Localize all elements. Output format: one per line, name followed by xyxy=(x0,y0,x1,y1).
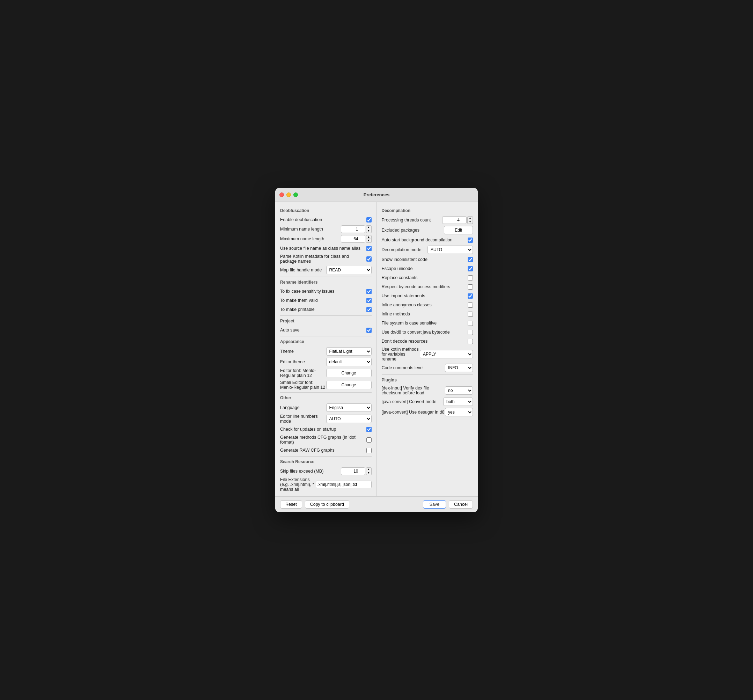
max-name-up[interactable]: ▲ xyxy=(366,235,372,239)
escape-unicode-row: Escape unicode xyxy=(382,264,473,273)
auto-start-control xyxy=(468,238,473,243)
inline-anon-control xyxy=(468,303,473,308)
java-convert-control: both java-only smali-only xyxy=(443,397,473,406)
escape-unicode-checkbox[interactable] xyxy=(468,266,473,272)
threads-up[interactable]: ▲ xyxy=(467,216,473,220)
max-name-row: Maximum name length ▲ ▼ xyxy=(280,234,372,244)
fix-case-row: To fix case sensitivity issues xyxy=(280,287,372,296)
fix-case-label: To fix case sensitivity issues xyxy=(280,289,366,294)
raw-cfg-control xyxy=(366,448,372,453)
inline-methods-checkbox[interactable] xyxy=(468,312,473,317)
language-label: Language xyxy=(280,405,326,410)
show-inconsistent-checkbox[interactable] xyxy=(468,257,473,262)
java-desugar-select[interactable]: yes no xyxy=(445,408,473,416)
auto-start-checkbox[interactable] xyxy=(468,238,473,243)
editor-theme-control: default dark solarized xyxy=(326,358,372,366)
threads-row: Processing threads count ▲ ▼ xyxy=(382,215,473,225)
make-printable-checkbox[interactable] xyxy=(366,307,372,312)
skip-files-up[interactable]: ▲ xyxy=(366,467,372,471)
skip-files-down[interactable]: ▼ xyxy=(366,471,372,475)
fix-case-checkbox[interactable] xyxy=(366,289,372,294)
cancel-button[interactable]: Cancel xyxy=(449,500,473,509)
max-name-input[interactable] xyxy=(341,235,365,243)
save-button[interactable]: Save xyxy=(423,500,446,509)
code-comments-select[interactable]: INFO DEBUG ERROR NONE xyxy=(445,364,473,372)
decompile-mode-label: Decompilation mode xyxy=(382,247,428,252)
min-name-up[interactable]: ▲ xyxy=(366,225,372,229)
kotlin-checkbox[interactable] xyxy=(366,256,372,262)
respect-bytecode-checkbox[interactable] xyxy=(468,284,473,289)
map-file-row: Map file handle mode READ READ_WRITE NON… xyxy=(280,265,372,275)
footer-left: Reset Copy to clipboard xyxy=(280,500,349,509)
reset-button[interactable]: Reset xyxy=(280,500,302,509)
language-select[interactable]: English Chinese Russian German xyxy=(326,403,372,412)
inline-anon-checkbox[interactable] xyxy=(468,303,473,308)
kotlin-rename-row: Use kotlin methods for variables rename … xyxy=(382,346,473,362)
theme-select[interactable]: FlatLaf Light FlatLaf Dark System xyxy=(326,347,372,356)
check-updates-control xyxy=(366,427,372,432)
min-name-input[interactable] xyxy=(341,225,365,233)
auto-save-checkbox[interactable] xyxy=(366,328,372,333)
make-valid-checkbox[interactable] xyxy=(366,298,372,303)
source-file-label: Use source file name as class name alias xyxy=(280,246,366,251)
editor-font-button[interactable]: Change xyxy=(326,369,372,377)
decompile-mode-select[interactable]: AUTO JADX CFR PROCYON xyxy=(428,245,473,254)
java-convert-select[interactable]: both java-only smali-only xyxy=(443,397,473,406)
fs-case-row: File system is case sensitive xyxy=(382,319,473,328)
source-file-checkbox[interactable] xyxy=(366,246,372,251)
excluded-button[interactable]: Edit xyxy=(444,226,473,234)
threads-down[interactable]: ▼ xyxy=(467,220,473,224)
enable-deobfuscation-checkbox[interactable] xyxy=(366,217,372,222)
editor-line-row: Editor line numbers mode AUTO ON OFF xyxy=(280,413,372,425)
enable-deobfuscation-row: Enable deobfuscation xyxy=(280,215,372,224)
fs-case-checkbox[interactable] xyxy=(468,321,473,326)
fs-case-label: File system is case sensitive xyxy=(382,321,468,325)
min-name-spinners: ▲ ▼ xyxy=(366,225,372,233)
minimize-button[interactable] xyxy=(286,192,291,197)
check-updates-checkbox[interactable] xyxy=(366,427,372,432)
use-import-checkbox[interactable] xyxy=(468,294,473,298)
use-dx-label: Use dx/d8 to convert java bytecode xyxy=(382,330,468,334)
replace-constants-checkbox[interactable] xyxy=(468,275,473,280)
auto-save-label: Auto save xyxy=(280,328,366,333)
make-valid-label: To make them valid xyxy=(280,298,366,303)
map-file-label: Map file handle mode xyxy=(280,267,326,272)
editor-line-select[interactable]: AUTO ON OFF xyxy=(326,415,372,423)
inline-anon-label: Inline anonymous classes xyxy=(382,303,468,307)
skip-files-input[interactable] xyxy=(341,467,365,475)
dex-checksum-select[interactable]: no yes xyxy=(445,386,473,395)
max-name-spinners: ▲ ▼ xyxy=(366,235,372,243)
inline-methods-control xyxy=(468,312,473,317)
editor-line-label: Editor line numbers mode xyxy=(280,414,326,424)
other-header: Other xyxy=(280,395,372,400)
decompile-mode-row: Decompilation mode AUTO JADX CFR PROCYON xyxy=(382,245,473,255)
copy-button[interactable]: Copy to clipboard xyxy=(305,500,349,509)
map-file-select[interactable]: READ READ_WRITE NONE xyxy=(326,266,372,274)
close-button[interactable] xyxy=(280,192,284,197)
raw-cfg-label: Generate RAW CFG graphs xyxy=(280,448,366,453)
kotlin-rename-control: APPLY APPLY_IF_POSSIBLE DISABLE xyxy=(420,350,473,358)
use-dx-checkbox[interactable] xyxy=(468,330,473,335)
respect-bytecode-label: Respect bytecode access modifiers xyxy=(382,284,468,289)
make-printable-row: To make printable xyxy=(280,305,372,314)
source-file-control xyxy=(366,246,372,251)
file-ext-input[interactable] xyxy=(316,481,372,488)
raw-cfg-checkbox[interactable] xyxy=(366,448,372,453)
min-name-down[interactable]: ▼ xyxy=(366,229,372,233)
editor-theme-row: Editor theme default dark solarized xyxy=(280,357,372,367)
max-name-down[interactable]: ▼ xyxy=(366,239,372,243)
threads-input[interactable] xyxy=(442,216,467,224)
enable-deobfuscation-label: Enable deobfuscation xyxy=(280,217,366,222)
file-ext-control xyxy=(316,481,372,488)
dont-decode-checkbox[interactable] xyxy=(468,339,473,344)
smali-font-label: Smali Editor font: Menlo-Regular plain 1… xyxy=(280,380,326,390)
cfg-checkbox[interactable] xyxy=(366,438,372,442)
theme-label: Theme xyxy=(280,349,326,354)
editor-theme-select[interactable]: default dark solarized xyxy=(326,358,372,366)
kotlin-row: Parse Kotlin metadata for class and pack… xyxy=(280,253,372,265)
maximize-button[interactable] xyxy=(294,192,298,197)
kotlin-rename-select[interactable]: APPLY APPLY_IF_POSSIBLE DISABLE xyxy=(420,350,473,358)
excluded-control: Edit xyxy=(444,226,473,234)
make-valid-row: To make them valid xyxy=(280,296,372,305)
smali-font-button[interactable]: Change xyxy=(326,381,372,389)
